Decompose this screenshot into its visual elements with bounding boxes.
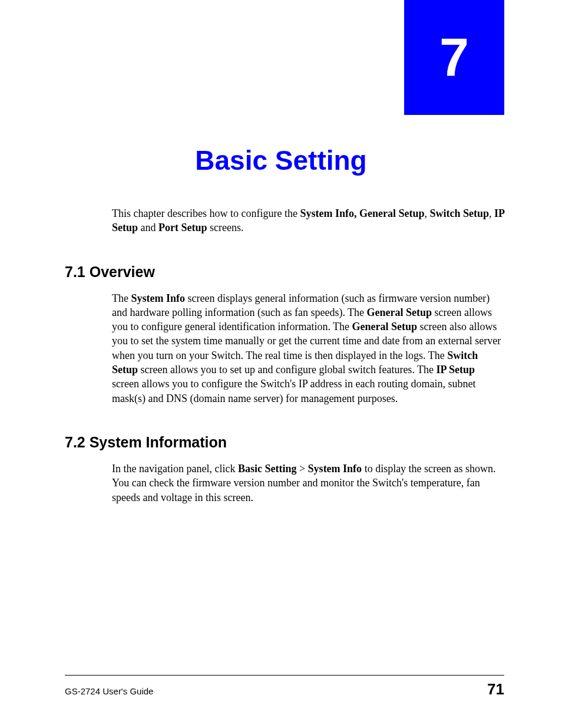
sysinfo-bold-b: Basic Setting: [238, 463, 297, 475]
chapter-number: 7: [439, 27, 469, 88]
intro-paragraph: This chapter describes how to configure …: [112, 206, 504, 235]
footer-page-number: 71: [487, 680, 504, 699]
overview-bold-b: System Info: [131, 292, 185, 304]
intro-sep-2: ,: [489, 207, 494, 219]
overview-bold-j: IP Setup: [437, 364, 475, 375]
section-heading-overview: 7.1 Overview: [65, 263, 504, 281]
overview-text-i: screen allows you to set up and configur…: [138, 364, 437, 375]
page-footer: GS-2724 User's Guide 71: [65, 675, 504, 699]
overview-paragraph: The System Info screen displays general …: [112, 291, 504, 406]
page-content: This chapter describes how to configure …: [65, 206, 504, 505]
chapter-title: Basic Setting: [0, 144, 562, 176]
section-heading-system-information: 7.2 System Information: [65, 434, 504, 451]
overview-bold-f: General Setup: [352, 321, 418, 332]
footer-guide-name: GS-2724 User's Guide: [65, 686, 153, 696]
sysinfo-bold-d: System Info: [308, 463, 362, 475]
intro-bold-2: Switch Setup: [429, 207, 489, 219]
intro-sep-3: and: [138, 222, 158, 233]
chapter-number-box: 7: [404, 0, 504, 115]
sysinfo-text-a: In the navigation panel, click: [112, 463, 238, 475]
overview-text-a: The: [112, 292, 131, 304]
intro-bold-4: Port Setup: [158, 222, 207, 233]
overview-bold-d: General Setup: [367, 307, 432, 318]
system-information-paragraph: In the navigation panel, click Basic Set…: [112, 462, 504, 505]
overview-text-k: screen allows you to configure the Switc…: [112, 378, 475, 404]
intro-text: This chapter describes how to configure …: [112, 207, 300, 219]
intro-text-after: screens.: [207, 222, 244, 233]
intro-bold-1: System Info, General Setup: [300, 207, 424, 219]
sysinfo-text-c: >: [296, 463, 308, 475]
